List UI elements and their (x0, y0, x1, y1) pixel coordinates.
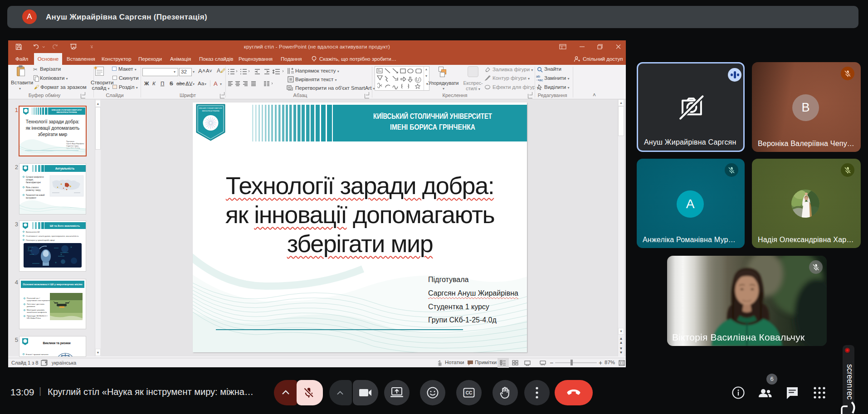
svg-text:ІМЕНІ БОРИСА ГРІНЧЕНКА: ІМЕНІ БОРИСА ГРІНЧЕНКА (56, 112, 77, 113)
svg-text:CC: CC (466, 390, 472, 395)
svg-text:Технології заради добра:: Технології заради добра: (26, 119, 79, 124)
svg-text:супутникові спостереження: супутникові спостереження (27, 299, 51, 302)
svg-text:Роль сталого: Роль сталого (26, 186, 39, 189)
svg-text:Саргсян Ануш Жирайрівна: Саргсян Ануш Жирайрівна (66, 143, 84, 145)
svg-text:як інновації допомагають: як інновації допомагають (26, 126, 80, 131)
svg-text:UN Global Pulse: UN Global Pulse (27, 317, 41, 319)
svg-text:Технології як новий: Технології як новий (26, 194, 45, 196)
svg-text:Потенціал у гуманітарній сфері: Потенціал у гуманітарній сфері (26, 239, 55, 241)
svg-text:Основні можливості ШІ у миротв: Основні можливості ШІ у миротворчих місі… (23, 283, 83, 286)
svg-text:ШІ та його важливість: ШІ та його важливість (50, 224, 80, 227)
svg-text:ІМЕНІ БОРИСА ГРІНЧЕНКА: ІМЕНІ БОРИСА ГРІНЧЕНКА (202, 110, 220, 112)
svg-text:багатофакторні: багатофакторні (26, 181, 41, 184)
svg-text:зберігати мир: зберігати мир (38, 132, 68, 137)
svg-text:розвитку і миру: розвитку і миру (26, 189, 41, 191)
svg-text:КИЇВСЬКИЙ СТОЛИЧНИЙ УНІВЕРСИТЕ: КИЇВСЬКИЙ СТОЛИЧНИЙ УНІВЕРСИТЕТ (52, 109, 83, 111)
svg-text:інструмент: інструмент (26, 197, 37, 199)
svg-text:Сучасні конфлікти:: Сучасні конфлікти: (26, 176, 44, 178)
svg-text:Підготувала: Підготувала (66, 141, 74, 142)
svg-text:Актуальність: Актуальність (55, 167, 74, 170)
svg-text:Особливості: аналіз даних, про: Особливості: аналіз даних, прогнозування… (26, 235, 79, 237)
svg-text:Виклики та ризики: Виклики та ризики (43, 341, 70, 345)
svg-text:запобігання конфліктів: запобігання конфліктів (27, 311, 47, 313)
svg-text:КИЇВСЬКИЙ СТОЛИЧНИЙ УНІВЕРСИТЕ: КИЇВСЬКИЙ СТОЛИЧНИЙ УНІВЕРСИТЕТ (373, 112, 492, 121)
svg-text:складні,: складні, (26, 179, 34, 181)
svg-text:Етичні / правові питання: Етичні / правові питання (26, 353, 49, 356)
svg-text:допомоги: допомоги (27, 305, 35, 307)
svg-text:КИЇВСЬКИЙ СТОЛИЧНИЙ УНІВЕРСИТЕ: КИЇВСЬКИЙ СТОЛИЧНИЙ УНІВЕРСИТЕТ (199, 107, 223, 109)
svg-text:Визначення ШІ: Визначення ШІ (26, 231, 40, 233)
svg-text:ІМЕНІ БОРИСА ГРІНЧЕНКА: ІМЕНІ БОРИСА ГРІНЧЕНКА (390, 123, 475, 132)
svg-text:Студентка 1 курсу: Студентка 1 курсу (66, 145, 78, 147)
